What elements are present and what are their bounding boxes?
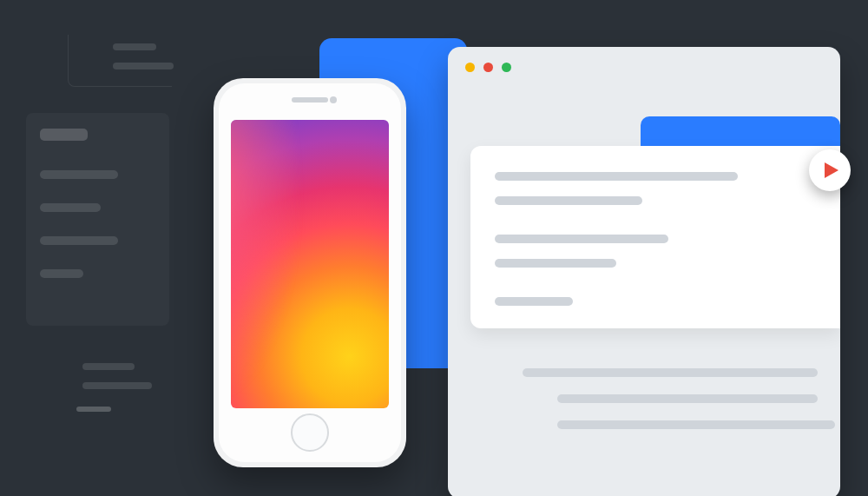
pagination-dot[interactable] (828, 208, 833, 214)
wireframe-panel (26, 113, 169, 326)
wireframe-lines-bottom (82, 363, 152, 401)
placeholder-line (557, 420, 835, 429)
wireframe-underline (76, 407, 111, 412)
play-icon (825, 162, 838, 178)
placeholder-line (495, 172, 738, 181)
browser-tab[interactable] (641, 116, 840, 148)
placeholder-line (495, 235, 668, 243)
placeholder-line (495, 196, 642, 205)
content-card (470, 146, 840, 328)
traffic-light-green[interactable] (502, 63, 511, 72)
placeholder-line (495, 259, 616, 268)
placeholder-line (495, 297, 573, 306)
phone-earpiece-area (219, 97, 401, 103)
smartphone-mockup (214, 78, 406, 467)
svg-marker-0 (825, 162, 838, 178)
lower-placeholder-group (523, 368, 840, 446)
phone-screen[interactable] (231, 120, 389, 408)
browser-window (448, 47, 840, 496)
traffic-light-yellow[interactable] (465, 63, 475, 72)
phone-speaker (292, 97, 328, 103)
placeholder-line (557, 394, 818, 403)
home-button[interactable] (291, 413, 329, 452)
window-traffic-lights (465, 63, 511, 72)
placeholder-line (523, 368, 818, 377)
play-button[interactable] (809, 149, 851, 191)
traffic-light-red[interactable] (483, 63, 493, 72)
wireframe-lines-top (113, 43, 174, 82)
phone-camera-icon (330, 96, 337, 103)
